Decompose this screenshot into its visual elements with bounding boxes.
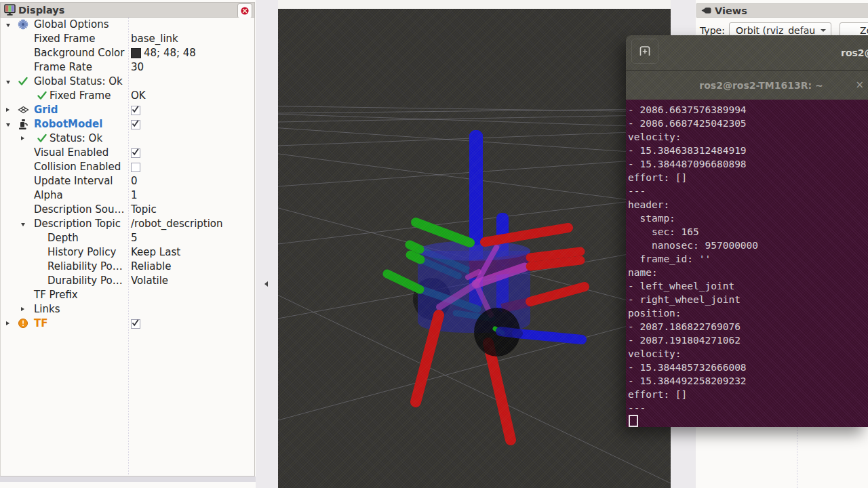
tree-row-depth[interactable]: Depth5 xyxy=(1,231,255,245)
displays-tree: Global OptionsFixed Framebase_linkBackgr… xyxy=(0,18,255,476)
tree-row-durability-po[interactable]: Durability Po…Volatile xyxy=(1,274,255,288)
displays-panel: Displays Global OptionsFixed Framebase_l… xyxy=(0,0,256,488)
row-icon xyxy=(18,76,29,87)
row-icon xyxy=(18,318,29,329)
tree-row-visual-enabled[interactable]: Visual Enabled xyxy=(1,146,255,160)
property-value[interactable]: 1 xyxy=(131,188,138,203)
tree-row-background-color[interactable]: Background Color48; 48; 48 xyxy=(1,46,255,60)
tree-row-frame-rate[interactable]: Frame Rate30 xyxy=(1,60,255,75)
zero-button-label: Ze xyxy=(860,25,868,36)
row-icon xyxy=(37,133,48,144)
rviz-window: Displays Global OptionsFixed Framebase_l… xyxy=(0,0,868,488)
property-value[interactable]: Keep Last xyxy=(131,245,180,260)
tree-row-description-topic[interactable]: Description Topic/robot_description xyxy=(1,217,255,231)
terminal-output: - 2086.6637576389994 - 2086.668742504230… xyxy=(628,103,758,415)
expander-closed-icon[interactable] xyxy=(21,136,24,140)
property-label: Depth xyxy=(47,231,79,245)
tree-row-description-sou[interactable]: Description Sou…Topic xyxy=(1,203,255,217)
tree-row-global-status-ok[interactable]: Global Status: Ok xyxy=(1,75,255,89)
displays-close-button[interactable] xyxy=(237,3,252,18)
views-panel-title: Views xyxy=(715,5,747,16)
displays-bottom-area xyxy=(0,482,256,488)
tree-row-status-ok[interactable]: Status: Ok xyxy=(1,131,255,146)
expander-closed-icon[interactable] xyxy=(6,321,9,325)
property-checkbox[interactable] xyxy=(131,148,140,158)
property-checkbox[interactable] xyxy=(131,120,140,129)
tree-row-global-options[interactable]: Global Options xyxy=(1,18,255,32)
terminal-window[interactable]: ros2@ ros2@ros2-TM1613R: ~ × - 2086.6637… xyxy=(626,35,868,427)
tree-row-robotmodel[interactable]: RobotModel xyxy=(1,117,255,131)
expander-open-icon[interactable] xyxy=(21,223,25,226)
check-icon xyxy=(18,76,28,87)
gear-icon xyxy=(18,19,28,30)
view-type-value: Orbit (rviz_defau xyxy=(736,25,815,36)
property-label: Durability Po… xyxy=(47,274,123,288)
expander-closed-icon[interactable] xyxy=(6,108,9,112)
tree-row-tf[interactable]: TF xyxy=(1,317,255,331)
expander-closed-icon[interactable] xyxy=(21,307,24,311)
property-label: Collision Enabled xyxy=(34,160,121,174)
property-checkbox[interactable] xyxy=(131,163,140,172)
new-tab-icon xyxy=(632,39,658,63)
checkbox-check-icon xyxy=(131,105,140,114)
check-icon xyxy=(37,90,47,101)
row-icon xyxy=(18,104,29,116)
terminal-body[interactable]: - 2086.6637576389994 - 2086.668742504230… xyxy=(626,100,868,427)
displays-bottom-splitter[interactable] xyxy=(0,476,256,482)
tree-row-history-policy[interactable]: History PolicyKeep Last xyxy=(1,245,255,260)
left-splitter[interactable] xyxy=(256,0,278,488)
property-label: Alpha xyxy=(34,188,63,203)
property-value[interactable]: Topic xyxy=(131,203,157,217)
terminal-tab-label[interactable]: ros2@ros2-TM1613R: ~ xyxy=(640,71,868,100)
new-tab-button[interactable] xyxy=(631,39,658,64)
terminal-tabbar[interactable]: ros2@ros2-TM1613R: ~ × xyxy=(626,71,868,100)
views-titlebar[interactable]: Views xyxy=(696,3,868,18)
property-label: RobotModel xyxy=(34,117,102,131)
close-icon xyxy=(240,6,250,16)
property-value[interactable]: 0 xyxy=(131,174,138,188)
property-label: Status: Ok xyxy=(50,131,102,146)
tree-row-fixed-frame[interactable]: Fixed Framebase_link xyxy=(1,32,255,46)
collapse-left-arrow-icon[interactable] xyxy=(264,281,268,287)
tree-row-update-interval[interactable]: Update Interval0 xyxy=(1,174,255,188)
check-icon xyxy=(37,133,47,144)
tree-row-grid[interactable]: Grid xyxy=(1,103,255,117)
terminal-headerbar[interactable]: ros2@ xyxy=(626,35,868,71)
property-label: Description Topic xyxy=(34,217,121,231)
tree-row-reliability-po[interactable]: Reliability Po…Reliable xyxy=(1,260,255,274)
property-value[interactable]: 5 xyxy=(131,231,138,245)
warning-icon xyxy=(18,318,28,329)
property-label: Links xyxy=(34,302,60,317)
tree-row-tf-prefix[interactable]: TF Prefix xyxy=(1,288,255,302)
property-value[interactable]: Volatile xyxy=(131,274,168,288)
property-label: Visual Enabled xyxy=(34,146,108,160)
property-checkbox[interactable] xyxy=(131,319,140,329)
expander-open-icon[interactable] xyxy=(6,81,10,84)
3d-viewport[interactable] xyxy=(278,9,671,488)
property-label: Fixed Frame xyxy=(34,32,95,46)
expander-open-icon[interactable] xyxy=(6,24,10,27)
property-checkbox[interactable] xyxy=(131,106,140,115)
tab-close-icon[interactable]: × xyxy=(855,71,864,100)
toolbar-bottom-strip xyxy=(278,0,671,9)
property-value[interactable]: OK xyxy=(131,89,146,103)
tree-row-collision-enabled[interactable]: Collision Enabled xyxy=(1,160,255,174)
color-swatch xyxy=(131,48,141,58)
property-label: Reliability Po… xyxy=(47,260,123,274)
row-icon xyxy=(37,90,48,102)
dither-overlay xyxy=(278,9,671,488)
property-value[interactable]: Reliable xyxy=(131,260,171,274)
dither-overlay xyxy=(626,35,868,70)
displays-panel-title: Displays xyxy=(18,5,64,16)
displays-titlebar[interactable]: Displays xyxy=(0,2,255,18)
tree-row-fixed-frame[interactable]: Fixed FrameOK xyxy=(1,89,255,103)
tree-row-links[interactable]: Links xyxy=(1,302,255,317)
tree-row-alpha[interactable]: Alpha1 xyxy=(1,188,255,203)
property-value[interactable]: base_link xyxy=(131,32,178,46)
terminal-title: ros2@ xyxy=(841,35,868,71)
property-value[interactable]: /robot_description xyxy=(131,217,223,231)
property-value[interactable]: 30 xyxy=(131,60,144,75)
property-value[interactable]: 48; 48; 48 xyxy=(131,46,196,60)
expander-open-icon[interactable] xyxy=(6,123,10,127)
property-label: Fixed Frame xyxy=(50,89,111,103)
